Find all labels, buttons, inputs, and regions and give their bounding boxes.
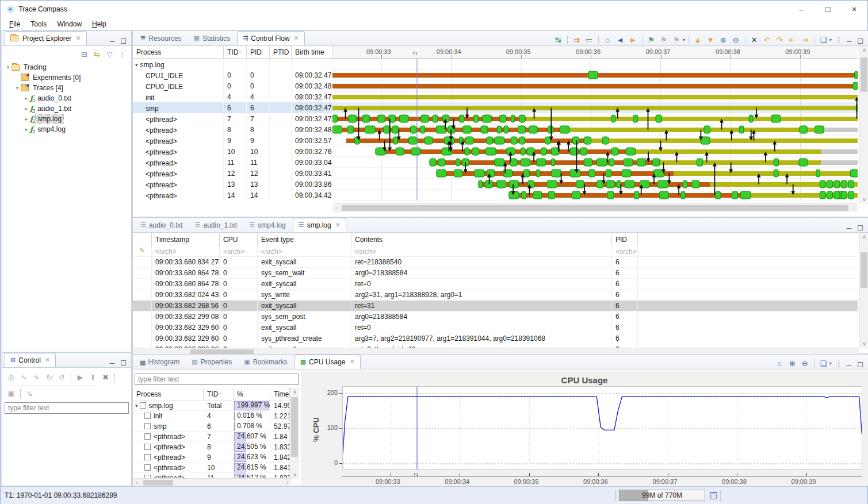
pause-trace-icon[interactable]: ‖	[87, 371, 98, 383]
scroll-right-icon[interactable]: ›	[850, 204, 858, 212]
tree-item-traces-4[interactable]: ▾Traces [4]	[5, 83, 130, 93]
dropdown-arrow-icon[interactable]: ▾	[829, 361, 832, 366]
events-tab-smp4-log[interactable]: ☰smp4.log	[244, 218, 291, 232]
scrollbar-thumb[interactable]	[291, 397, 298, 457]
follow-backward-icon[interactable]: ↶	[762, 34, 773, 45]
project-explorer-tab[interactable]: Project Explorer✕	[5, 31, 87, 45]
column-header-time[interactable]: Time	[270, 388, 289, 400]
event-row[interactable]: 09:00:33.680 864 7860exit_syscallret=06	[133, 279, 858, 290]
scroll-down-icon[interactable]: ∨	[859, 195, 868, 203]
event-row[interactable]: 09:00:33.682 299 0860sys_sem_postarg0=21…	[133, 311, 858, 322]
event-row[interactable]: 09:00:33.682 329 6030exit_syscallret=06	[133, 322, 858, 333]
cpu-usage-plot[interactable]	[342, 386, 862, 470]
scroll-up-icon[interactable]: ∧	[290, 388, 300, 396]
filter-cell-contents[interactable]: <srch>	[351, 247, 612, 256]
partial-row[interactable]: <pthread>1124.512 %1.833	[133, 473, 289, 478]
record-snapshot-icon[interactable]: ▣	[6, 387, 17, 399]
close-icon[interactable]: ✕	[335, 221, 341, 229]
home-icon[interactable]: ⌂	[602, 34, 613, 45]
cpu-row-smp[interactable]: smp60.708 %52.978	[133, 421, 289, 432]
connect-icon[interactable]: ↺	[56, 371, 67, 383]
panel-maximize-button[interactable]: ☐	[857, 37, 863, 45]
vertical-scrollbar[interactable]: ∧∨	[859, 233, 868, 348]
cf-tab-resources[interactable]: ≣Resources	[135, 31, 187, 45]
grip-handle[interactable]	[615, 490, 617, 501]
scroll-down-icon[interactable]: ∨	[290, 471, 300, 479]
cf-row-pthread[interactable]: <pthread>121209:00:33.4134	[133, 168, 332, 179]
column-header-process[interactable]: Process	[133, 46, 224, 58]
menu-window[interactable]: Window	[52, 19, 87, 29]
collapse-all-icon[interactable]: ⊟	[79, 48, 90, 60]
close-icon[interactable]: ✕	[45, 356, 50, 364]
events-tab-smp-log[interactable]: ☰smp.log✕	[293, 218, 346, 232]
horizontal-scrollbar[interactable]: ‹›	[133, 478, 292, 487]
cpu-row-smp-log[interactable]: ▾smp.logTotal199.997 %14.959	[133, 401, 289, 411]
filter-cell-event-type[interactable]: <srch>	[258, 247, 351, 256]
zoom-out-icon[interactable]: ⊖	[800, 357, 810, 369]
process-checkbox[interactable]	[144, 464, 151, 471]
garbage-collect-icon[interactable]	[710, 491, 717, 500]
cf-row-pthread[interactable]: <pthread>131309:00:33.8687	[133, 179, 332, 190]
event-row[interactable]: 09:00:33.680 864 7860sys_sem_waitarg0=21…	[133, 268, 858, 279]
expander-icon[interactable]: ▾	[135, 403, 138, 409]
scroll-left-icon[interactable]: ‹	[332, 204, 341, 212]
dropdown-arrow-icon[interactable]: ▾	[683, 37, 685, 43]
cpu-row-pthread[interactable]: <pthread>824.505 %1.833 s	[133, 442, 289, 452]
events-tab-audio-0-txt[interactable]: ☰audio_0.txt	[135, 218, 188, 232]
maximize-button[interactable]: □	[815, 1, 841, 18]
event-row[interactable]: 09:00:33.682 024 4330sys_writearg2=31, a…	[133, 290, 858, 301]
hide-arrows-icon[interactable]: ✕	[749, 34, 760, 45]
tree-item-experiments-0[interactable]: Experiments [0]	[5, 72, 130, 83]
expander-icon[interactable]: ▸	[23, 126, 30, 132]
view-menu-icon[interactable]: ⋮	[833, 357, 844, 369]
column-header-contents[interactable]: Contents	[351, 233, 612, 247]
start-trace-icon[interactable]: ▶	[75, 371, 86, 383]
scrollbar-thumb[interactable]	[342, 205, 848, 211]
column-header-birth-time[interactable]: Birth time	[292, 46, 332, 58]
scrollbar-thumb[interactable]	[143, 480, 173, 486]
column-header-process[interactable]: Process	[133, 388, 204, 400]
process-checkbox[interactable]	[144, 423, 151, 429]
show-view-filters-icon[interactable]: ≔	[584, 34, 595, 45]
control-flow-timeline[interactable]	[332, 59, 858, 201]
column-header-pid[interactable]: PID	[247, 46, 270, 58]
cf-tab-control-flow[interactable]: ⇶Control Flow✕	[237, 31, 305, 45]
panel-maximize-button[interactable]: ☐	[857, 361, 863, 369]
bottom-tab-cpu-usage[interactable]: ▦CPU Usage✕	[295, 355, 361, 369]
close-icon[interactable]: ✕	[75, 34, 81, 42]
scrollbar-thumb[interactable]	[861, 57, 867, 92]
cpu-row-pthread[interactable]: <pthread>1024.615 %1.841 s	[133, 463, 289, 473]
zoom-in-icon[interactable]: ⊕	[787, 357, 798, 369]
expander-icon[interactable]: ▸	[23, 116, 30, 122]
minimize-button[interactable]: –	[788, 1, 815, 18]
process-checkbox[interactable]	[144, 433, 151, 440]
cf-row-pthread[interactable]: <pthread>111109:00:33.0404	[133, 157, 332, 168]
tree-item-audio-0-txt[interactable]: ▸ƒaudio_0.txt	[5, 93, 130, 103]
panel-minimize-button[interactable]: ─	[847, 37, 852, 45]
column-header-timestamp[interactable]: Timestamp	[152, 233, 220, 247]
cpu-filter-input[interactable]	[135, 374, 299, 385]
event-row[interactable]: 09:00:33.682 329 6030sys_pthread_createa…	[133, 333, 858, 344]
horizontal-scrollbar[interactable]: ‹›	[332, 203, 858, 212]
cf-row-smp[interactable]: smp6609:00:32.4760	[133, 102, 332, 113]
cpu-row-pthread[interactable]: <pthread>724.607 %1.84 s	[133, 432, 289, 442]
column-header-event-type[interactable]: Event type	[258, 233, 351, 247]
bottom-tab-histogram[interactable]: ▅Histogram	[135, 355, 185, 369]
column-header-tid[interactable]: TID⌄	[204, 388, 234, 400]
cf-row-pthread[interactable]: <pthread>8809:00:32.4843	[133, 124, 332, 135]
scroll-up-icon[interactable]: ∧	[859, 233, 868, 241]
filter-cell-timestamp[interactable]: <srch>	[152, 247, 220, 256]
scroll-up-icon[interactable]: ∧	[859, 46, 868, 54]
scroll-down-icon[interactable]: ∨	[859, 340, 868, 348]
close-icon[interactable]: ✕	[294, 34, 299, 42]
go-to-first-icon[interactable]: ⇤	[787, 34, 798, 45]
cf-tab-statistics[interactable]: ▦Statistics	[189, 31, 235, 45]
filter-cell-cpu[interactable]: <srch>	[220, 247, 258, 256]
panel-minimize-button[interactable]: ─	[110, 359, 115, 367]
control-tab[interactable]: ⊞Control✕	[5, 353, 56, 367]
control-filter-input[interactable]	[5, 402, 129, 414]
view-menu-icon[interactable]: ⋮	[117, 48, 128, 60]
panel-maximize-button[interactable]: ☐	[857, 224, 863, 232]
link-with-editor-icon[interactable]: ⇆	[91, 48, 102, 60]
bottom-tab-bookmarks[interactable]: ▣Bookmarks	[239, 355, 292, 369]
